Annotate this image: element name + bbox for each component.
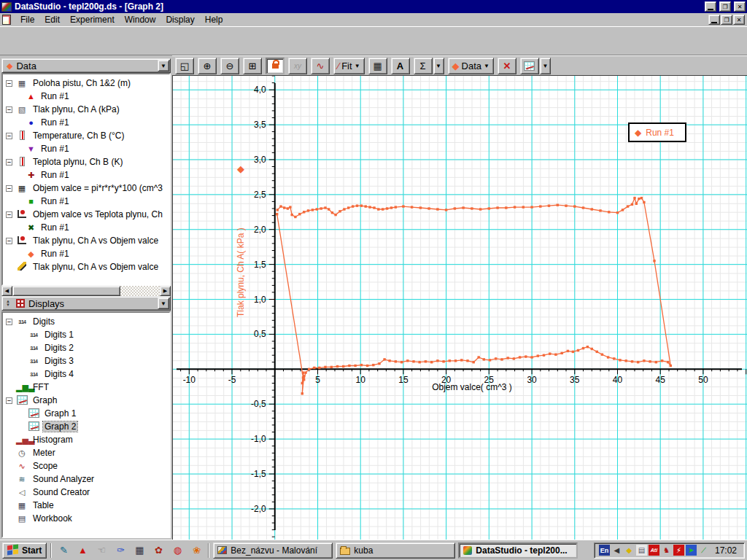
xy-tool-button[interactable]: xy [288, 58, 307, 74]
text-tool-button[interactable]: A [391, 58, 410, 74]
minimize-button[interactable] [705, 1, 716, 12]
data-tree-item[interactable]: −▦Objem valce = pi*r*r*y*100 (cm^3 [3, 182, 169, 195]
ati-icon[interactable]: Ati [649, 545, 659, 556]
displays-panel-dropdown[interactable]: ▼ [158, 298, 169, 309]
data-tree-item[interactable]: ✚Run #1 [3, 168, 169, 182]
delete-button[interactable]: ✕ [498, 58, 516, 74]
quicklaunch-hand-icon[interactable]: ☜ [93, 543, 109, 558]
displays-tree-item[interactable]: 3.14Digits 4 [3, 368, 169, 381]
data-tree-item[interactable]: ▲Run #1 [3, 90, 169, 103]
restore-button[interactable]: ❐ [719, 1, 731, 12]
displays-tree-item[interactable]: Graph 2 [3, 420, 169, 433]
quicklaunch-calculator-icon[interactable]: ▦ [131, 543, 147, 558]
graph-settings-button[interactable] [520, 58, 539, 74]
data-tree-item[interactable]: −Tlak plynu, Ch A vs Objem valce [3, 234, 169, 247]
quicklaunch-acrobat-icon[interactable]: ▲ [74, 543, 90, 558]
slope-tool-button[interactable]: ∿ [311, 58, 330, 74]
data-tree-item[interactable]: −▧Tlak plynu, Ch A (kPa) [3, 103, 169, 116]
displays-tree-item[interactable]: 3.14Digits 1 [3, 328, 169, 341]
data-tree-item[interactable]: ●Run #1 [3, 116, 169, 129]
tray-pen-icon[interactable]: ⟋ [698, 545, 709, 556]
quicklaunch-dragon-icon[interactable]: ✿ [150, 543, 166, 558]
document-icon[interactable] [2, 15, 11, 25]
menu-display[interactable]: Display [160, 13, 199, 26]
statistics-dropdown[interactable]: ▼ [433, 58, 444, 74]
fit-menu-button[interactable]: ∕Fit▼ [333, 58, 365, 74]
start-menu-button[interactable]: Start [2, 542, 47, 559]
collapse-icon[interactable]: − [6, 397, 12, 404]
displays-panel-header[interactable]: ▲▼ Displays ▼ [1, 296, 171, 311]
mdi-restore-button[interactable]: ❐ [721, 15, 732, 25]
volume-icon[interactable]: ◀ [611, 545, 622, 556]
calculate-tool-button[interactable]: ▦ [368, 58, 387, 74]
data-tree-item[interactable]: −▦Poloha pistu, Ch 1&2 (m) [3, 77, 169, 90]
data-panel-header[interactable]: ◆ Data ▼ [1, 58, 171, 73]
collapse-icon[interactable]: − [6, 133, 12, 139]
menu-file[interactable]: File [15, 13, 39, 26]
tray-update-icon[interactable]: ➤ [686, 545, 697, 556]
zoom-out-button[interactable]: ⊖ [220, 58, 239, 74]
statistics-button[interactable]: Σ [414, 58, 433, 74]
mdi-close-button[interactable]: ✕ [733, 15, 745, 25]
collapse-icon[interactable]: − [6, 211, 12, 218]
displays-tree-item[interactable]: ▂▆▃FFT [3, 381, 169, 394]
data-tree-item[interactable]: ▼Run #1 [3, 142, 169, 155]
tray-diamond-icon[interactable]: ◆ [624, 545, 635, 556]
tray-power-icon[interactable]: ⚡ [673, 545, 684, 556]
zoom-in-button[interactable]: ⊕ [198, 58, 217, 74]
quicklaunch-flame-icon[interactable]: ❀ [188, 543, 204, 558]
data-panel-dropdown[interactable]: ▼ [158, 60, 169, 71]
data-menu-button[interactable]: ◆Data▼ [448, 58, 494, 74]
smart-tool-button[interactable] [266, 58, 285, 74]
displays-tree-item[interactable]: 3.14Digits 3 [3, 354, 169, 368]
data-tree-item[interactable]: −Temperature, Ch B (°C) [3, 129, 169, 142]
data-tree-item[interactable]: ◆Run #1 [3, 247, 169, 260]
close-button[interactable]: ✕ [734, 1, 746, 12]
language-indicator[interactable]: En [599, 545, 610, 556]
scroll-left-icon[interactable]: ◀ [1, 286, 12, 296]
zoom-select-button[interactable]: ⊞ [243, 58, 262, 74]
displays-tree-item[interactable]: ≋Sound Analyzer [3, 472, 169, 486]
collapse-icon[interactable]: − [6, 185, 12, 192]
mdi-minimize-button[interactable] [708, 15, 720, 25]
chart-canvas[interactable]: -10-55101520253035404550-2,0-1,5-1,0-0,5… [173, 76, 747, 540]
data-tree-item[interactable]: ■Run #1 [3, 195, 169, 208]
menu-help[interactable]: Help [200, 13, 228, 26]
tray-scheduler-icon[interactable]: ▤ [636, 545, 647, 556]
collapse-icon[interactable]: − [6, 238, 12, 244]
graph-display[interactable]: -10-55101520253035404550-2,0-1,5-1,0-0,5… [172, 75, 747, 540]
displays-tree-item[interactable]: ◷Meter [3, 446, 169, 459]
displays-tree-item[interactable]: Graph 1 [3, 407, 169, 420]
displays-tree-item[interactable]: ▤Workbook [3, 512, 169, 525]
displays-tree-item[interactable]: −Graph [3, 394, 169, 407]
task-button-1[interactable]: Bez_názvu - Malování [213, 542, 333, 559]
legend[interactable]: ◆ Run #1 [628, 122, 686, 142]
collapse-icon[interactable]: − [6, 106, 12, 113]
tray-figure-icon[interactable]: ♞ [661, 545, 672, 556]
displays-tree-item[interactable]: ▂▅▃Histogram [3, 433, 169, 446]
scale-to-fit-button[interactable]: ◱ [175, 58, 194, 74]
data-tree-item[interactable]: ✖Run #1 [3, 221, 169, 234]
quicklaunch-opera-icon[interactable]: ◍ [169, 543, 185, 558]
data-tree-item[interactable]: −Teplota plynu, Ch B (K) [3, 155, 169, 168]
scroll-right-icon[interactable]: ▶ [160, 286, 171, 296]
displays-tree-item[interactable]: −3.14Digits [3, 315, 169, 328]
quicklaunch-pen-icon[interactable]: ✑ [112, 543, 128, 558]
displays-tree-item[interactable]: ∿Scope [3, 459, 169, 472]
task-button-3[interactable]: DataStudio - tepl200... [458, 542, 578, 559]
task-button-2[interactable]: kuba [336, 542, 455, 559]
displays-tree-item[interactable]: 3.14Digits 2 [3, 341, 169, 354]
displays-tree-item[interactable]: ◁Sound Creator [3, 486, 169, 499]
quicklaunch-editor-icon[interactable]: ✎ [55, 543, 71, 558]
displays-tree-item[interactable]: ▦Table [3, 499, 169, 512]
menu-edit[interactable]: Edit [39, 13, 65, 26]
data-tree-item[interactable]: −Objem valce vs Teplota plynu, Ch [3, 208, 169, 221]
graph-settings-dropdown[interactable]: ▼ [540, 58, 551, 74]
data-tree-item[interactable]: Tlak plynu, Ch A vs Objem valce [3, 260, 169, 273]
collapse-icon[interactable]: − [6, 80, 12, 87]
collapse-icon[interactable]: − [6, 319, 12, 325]
menu-window[interactable]: Window [120, 13, 161, 26]
menu-experiment[interactable]: Experiment [65, 13, 120, 26]
scroll-thumb[interactable] [12, 286, 120, 296]
collapse-icon[interactable]: − [6, 159, 12, 166]
